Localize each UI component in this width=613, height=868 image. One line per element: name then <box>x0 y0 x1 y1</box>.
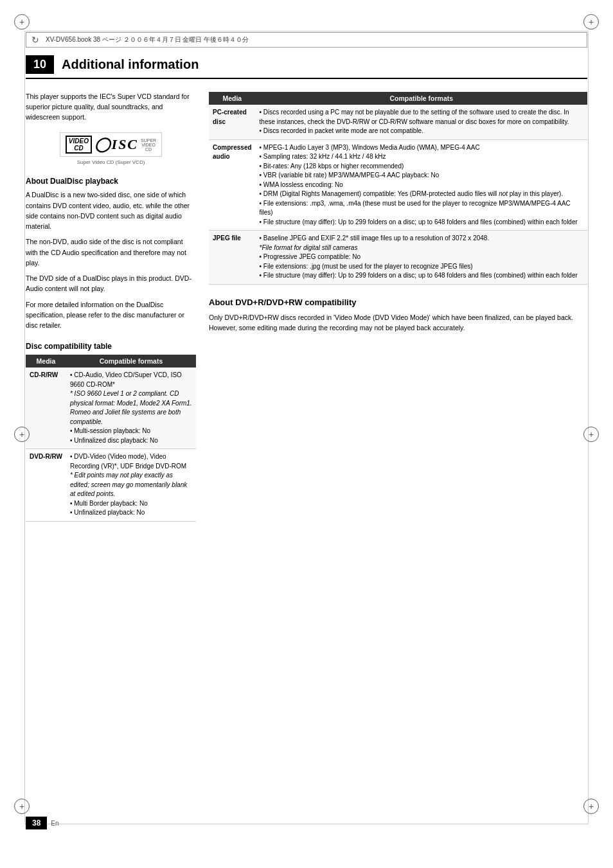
dvdr-section: About DVD+R/DVD+RW compatibility Only DV… <box>209 297 587 333</box>
arrow-icon: ↻ <box>31 35 39 45</box>
right-compat-table: Media Compatible formats PC-createddisc … <box>209 92 587 285</box>
table-row: DVD-R/RW • DVD-Video (Video mode), Video… <box>26 449 196 522</box>
reg-mark-br <box>583 799 599 814</box>
svcd-logo: VIDEOCD ◯ISC SUPERVIDEOCD <box>60 132 162 157</box>
chapter-title: Additional information <box>62 57 199 72</box>
disc-logo: ◯ISC <box>94 136 138 153</box>
media-label: Compressedaudio <box>209 139 256 231</box>
reg-mark-tl <box>14 14 30 30</box>
chapter-header: 10 Additional information <box>26 55 587 79</box>
media-label: JPEG file <box>209 231 256 285</box>
bottom-bar: 38 En <box>26 817 587 829</box>
reg-mark-ml <box>14 427 30 442</box>
media-label: CD-R/RW <box>26 368 66 449</box>
super-vcd-text: SUPERVIDEOCD <box>141 138 156 152</box>
dvdr-title: About DVD+R/DVD+RW compatibility <box>209 297 587 307</box>
intro-text: This player supports the IEC's Super VCD… <box>26 92 196 122</box>
svcd-logo-area: VIDEOCD ◯ISC SUPERVIDEOCD Super Video CD… <box>26 132 196 165</box>
page-number: 38 <box>26 817 47 829</box>
formats-content: • MPEG-1 Audio Layer 3 (MP3), Windows Me… <box>256 139 587 231</box>
right-col-media-header: Media <box>209 92 256 105</box>
col-formats-header: Compatible formats <box>66 355 196 368</box>
video-cd-icon: VIDEOCD <box>66 136 92 154</box>
dualdisc-para4: For more detailed information on the Dua… <box>26 299 196 331</box>
svcd-caption: Super Video CD (Super VCD) <box>26 159 196 165</box>
right-column: Media Compatible formats PC-createddisc … <box>209 92 587 522</box>
table-row: JPEG file • Baseline JPEG and EXIF 2.2* … <box>209 231 587 285</box>
dualdisc-para3: The DVD side of a DualDisc plays in this… <box>26 273 196 294</box>
formats-content: • Baseline JPEG and EXIF 2.2* still imag… <box>256 231 587 285</box>
dualdisc-para2: The non-DVD, audio side of the disc is n… <box>26 236 196 268</box>
dualdisc-title: About DualDisc playback <box>26 177 196 186</box>
col-media-header: Media <box>26 355 66 368</box>
media-label: PC-createddisc <box>209 105 256 139</box>
dvdr-text: Only DVD+R/DVD+RW discs recorded in 'Vid… <box>209 312 587 333</box>
right-col-formats-header: Compatible formats <box>256 92 587 105</box>
reg-mark-mr <box>583 427 599 442</box>
table-row: CD-R/RW • CD-Audio, Video CD/Super VCD, … <box>26 368 196 449</box>
table-row: PC-createddisc • Discs recorded using a … <box>209 105 587 139</box>
reg-mark-tr <box>583 14 599 30</box>
chapter-number: 10 <box>26 55 54 74</box>
page-lang: En <box>51 820 58 827</box>
reg-mark-bl <box>14 799 30 814</box>
disc-compat-title: Disc compatibility table <box>26 342 196 351</box>
dualdisc-para1: A DualDisc is a new two-sided disc, one … <box>26 190 196 231</box>
formats-content: • DVD-Video (Video mode), Video Recordin… <box>66 449 196 522</box>
formats-content: • CD-Audio, Video CD/Super VCD, ISO 9660… <box>66 368 196 449</box>
main-content: This player supports the IEC's Super VCD… <box>26 92 587 522</box>
top-bar-text: XV-DV656.book 38 ページ ２００６年４月７日 金曜日 午後６時４… <box>46 35 249 44</box>
table-row: Compressedaudio • MPEG-1 Audio Layer 3 (… <box>209 139 587 231</box>
formats-content: • Discs recorded using a PC may not be p… <box>256 105 587 139</box>
disc-compat-table: Media Compatible formats CD-R/RW • CD-Au… <box>26 355 196 522</box>
media-label: DVD-R/RW <box>26 449 66 522</box>
left-column: This player supports the IEC's Super VCD… <box>26 92 196 522</box>
top-bar: ↻ XV-DV656.book 38 ページ ２００６年４月７日 金曜日 午後６… <box>26 32 587 48</box>
